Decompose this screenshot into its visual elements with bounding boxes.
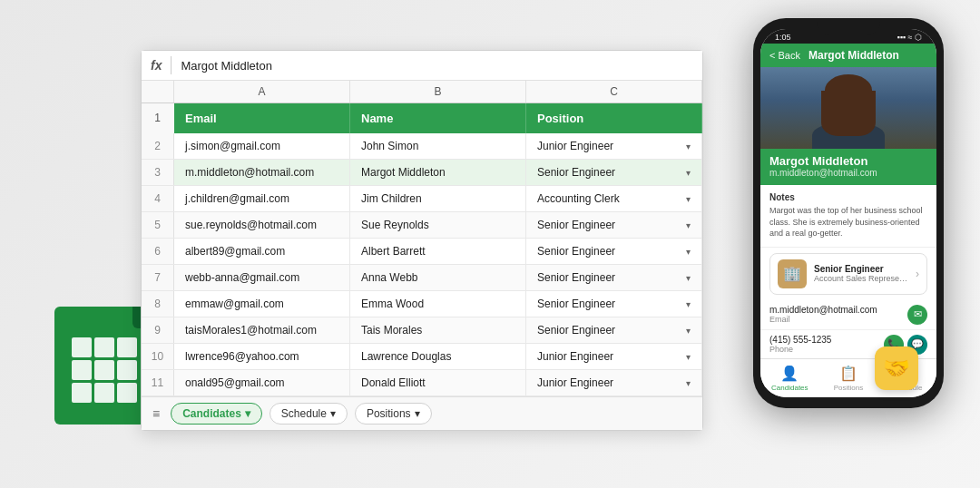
tab-dropdown-arrow: ▾: [245, 407, 250, 420]
position-value: Senior Engineer: [537, 271, 615, 284]
phone-notes-section: Notes Margot was the top of her business…: [760, 185, 936, 248]
phone-back-button[interactable]: < Back: [769, 50, 800, 61]
table-row[interactable]: 10 lwrence96@yahoo.com Lawrence Douglas …: [142, 344, 702, 370]
table-row[interactable]: 7 webb-anna@gmail.com Anna Webb Senior E…: [142, 265, 702, 291]
cell-name: Emma Wood: [350, 291, 526, 317]
email-icon-button[interactable]: ✉: [907, 305, 927, 325]
nav-item-candidates[interactable]: 👤 Candidates: [760, 363, 819, 394]
table-row[interactable]: 5 sue.reynolds@hotmail.com Sue Reynolds …: [142, 212, 702, 239]
profile-email: m.middleton@hotmail.com: [769, 168, 927, 178]
table-row[interactable]: 8 emmaw@gmail.com Emma Wood Senior Engin…: [142, 291, 702, 317]
grid-cell: [94, 337, 114, 357]
cell-email: taisMorales1@hotmail.com: [174, 317, 350, 343]
dropdown-arrow-icon[interactable]: ▾: [686, 194, 691, 204]
col-email-header[interactable]: Email: [174, 103, 350, 133]
tab-menu-icon[interactable]: ≡: [152, 406, 160, 421]
table-row[interactable]: 4 j.children@gmail.com Jim Children Acco…: [142, 186, 702, 212]
contact-email-value: m.middleton@hotmail.com: [769, 305, 877, 315]
cell-name: Jim Children: [350, 186, 526, 211]
phone-contact-email-row: m.middleton@hotmail.com Email ✉: [760, 300, 936, 330]
tab-schedule[interactable]: Schedule ▾: [270, 403, 348, 425]
cell-email: albert89@gmail.com: [174, 239, 350, 264]
profile-name: Margot Middleton: [769, 154, 927, 168]
job-title: Senior Engineer: [814, 264, 908, 274]
contact-phone-value: (415) 555-1235: [769, 335, 831, 345]
contact-email-icons: ✉: [907, 305, 927, 325]
portrait-head: [830, 82, 867, 122]
formula-value: Margot Middleton: [181, 59, 271, 73]
tab-positions[interactable]: Positions ▾: [355, 403, 432, 425]
table-row[interactable]: 3 m.middleton@hotmail.com Margot Middlet…: [142, 160, 702, 186]
tab-candidates[interactable]: Candidates ▾: [171, 403, 262, 425]
position-value: Senior Engineer: [537, 219, 615, 231]
cell-position: Senior Engineer ▾: [526, 212, 702, 238]
position-value: Accounting Clerk: [537, 192, 620, 205]
position-value: Senior Engineer: [537, 245, 615, 258]
job-arrow-icon: ›: [916, 268, 919, 280]
positions-nav-label: Positions: [834, 384, 863, 392]
position-value: Senior Engineer: [537, 324, 615, 337]
cell-name: Margot Middleton: [350, 160, 526, 185]
cell-name: Anna Webb: [350, 265, 526, 290]
col-header-row: [142, 81, 174, 102]
cell-email: lwrence96@yahoo.com: [174, 344, 350, 369]
row-number: 6: [142, 239, 174, 264]
sheets-icon-grid: [72, 337, 137, 403]
dropdown-arrow-icon[interactable]: ▾: [686, 299, 691, 309]
cell-position: Accounting Clerk ▾: [526, 186, 702, 211]
dropdown-arrow-icon[interactable]: ▾: [686, 352, 691, 362]
table-row[interactable]: 11 onald95@gmail.com Donald Elliott Juni…: [142, 370, 702, 396]
phone-mockup: 1:05 ▪▪▪ ≈ ⬡ < Back Margot Middleton: [753, 18, 944, 408]
cell-email: onald95@gmail.com: [174, 370, 350, 395]
contact-email-group: m.middleton@hotmail.com Email: [769, 305, 877, 324]
dropdown-arrow-icon[interactable]: ▾: [686, 326, 691, 336]
phone-notch: [817, 18, 880, 34]
col-name-header[interactable]: Name: [350, 103, 526, 133]
formula-divider: [171, 56, 172, 74]
tab-positions-label: Positions: [367, 407, 411, 420]
cell-position: Senior Engineer ▾: [526, 160, 702, 185]
portrait-hair-long: [821, 91, 876, 136]
dropdown-arrow-icon[interactable]: ▾: [686, 273, 691, 283]
cell-email: j.children@gmail.com: [174, 186, 350, 211]
phone-screen: 1:05 ▪▪▪ ≈ ⬡ < Back Margot Middleton: [760, 29, 936, 397]
dropdown-arrow-icon[interactable]: ▾: [686, 142, 691, 151]
scene: fx Margot Middleton A B C 1 Email Name P…: [0, 0, 980, 488]
grid-cell: [94, 383, 114, 403]
spreadsheet: fx Margot Middleton A B C 1 Email Name P…: [141, 50, 703, 431]
grid-cell: [72, 337, 92, 357]
cell-name: John Simon: [350, 133, 526, 159]
formula-fx-label: fx: [151, 58, 162, 73]
row-number: 11: [142, 370, 174, 395]
row-number: 7: [142, 265, 174, 290]
col-header-c[interactable]: C: [526, 81, 702, 102]
cell-position: Junior Engineer ▾: [526, 133, 702, 159]
col-header-a[interactable]: A: [174, 81, 350, 102]
grid-cell: [94, 360, 114, 380]
nav-item-positions[interactable]: 📋 Positions: [819, 363, 878, 394]
contact-email-type: Email: [769, 315, 877, 324]
notes-label: Notes: [769, 192, 927, 202]
table-row[interactable]: 6 albert89@gmail.com Albert Barrett Seni…: [142, 239, 702, 265]
cell-position: Junior Engineer ▾: [526, 344, 702, 369]
phone-job-card[interactable]: 🏢 Senior Engineer Account Sales Represen…: [769, 253, 927, 295]
cell-email: sue.reynolds@hotmail.com: [174, 212, 350, 238]
sheets-app-icon[interactable]: [54, 307, 154, 425]
dropdown-arrow-icon[interactable]: ▾: [686, 220, 691, 230]
cell-name: Lawrence Douglas: [350, 344, 526, 369]
tab-dropdown-arrow: ▾: [415, 407, 420, 420]
dropdown-arrow-icon[interactable]: ▾: [686, 378, 691, 388]
job-subtitle: Account Sales Representative Job R...: [814, 274, 908, 283]
table-row[interactable]: 2 j.simon@gmail.com John Simon Junior En…: [142, 133, 702, 160]
job-icon: 🏢: [778, 259, 807, 288]
cell-name: Sue Reynolds: [350, 212, 526, 238]
table-row[interactable]: 9 taisMorales1@hotmail.com Tais Morales …: [142, 317, 702, 344]
row-number: 10: [142, 344, 174, 369]
dropdown-arrow-icon[interactable]: ▾: [686, 247, 691, 257]
table-header-row: 1 Email Name Position: [142, 103, 702, 133]
col-header-b[interactable]: B: [350, 81, 526, 102]
cell-position: Junior Engineer ▾: [526, 370, 702, 395]
col-position-header[interactable]: Position: [526, 103, 702, 133]
row-number: 8: [142, 291, 174, 317]
dropdown-arrow-icon[interactable]: ▾: [686, 168, 691, 178]
